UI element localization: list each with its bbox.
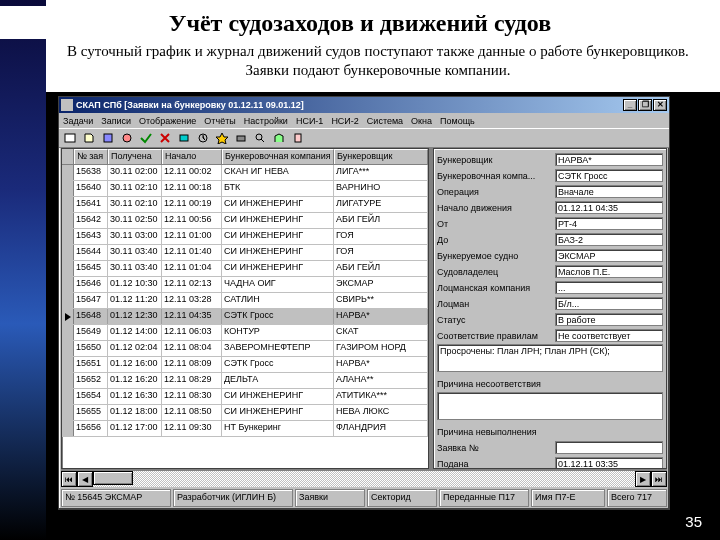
table-row[interactable]: 1564230.11 02:5012.11 00:56СИ ИНЖЕНЕРИНГ… bbox=[62, 213, 428, 229]
table-row[interactable]: 1563830.11 02:0012.11 00:02СКАН ИГ НЕВАЛ… bbox=[62, 165, 428, 181]
field-value[interactable]: НАРВА* bbox=[555, 153, 663, 166]
menu-item[interactable]: НСИ-2 bbox=[331, 116, 358, 126]
table-row[interactable]: 1564430.11 03:4012.11 01:40СИ ИНЖЕНЕРИНГ… bbox=[62, 245, 428, 261]
svg-rect-0 bbox=[65, 134, 75, 142]
scroll-first-icon[interactable]: ⏮ bbox=[61, 471, 77, 487]
menu-item[interactable]: НСИ-1 bbox=[296, 116, 323, 126]
status-bar: № 15645 ЭКСМАР Разработчик (ИГЛИН Б) Зая… bbox=[61, 489, 667, 507]
field-label: До bbox=[437, 235, 555, 245]
tool-button[interactable] bbox=[156, 130, 174, 146]
col-header[interactable]: Начало bbox=[162, 149, 222, 164]
scroll-left-icon[interactable]: ◀ bbox=[77, 471, 93, 487]
field-value[interactable]: В работе bbox=[555, 313, 663, 326]
table-row[interactable]: 1564701.12 11:2012.11 03:28САТЛИНСВИРЬ** bbox=[62, 293, 428, 309]
field-value[interactable]: 01.12.11 03:35 bbox=[555, 457, 663, 469]
menu-item[interactable]: Отображение bbox=[139, 116, 196, 126]
scroll-last-icon[interactable]: ⏭ bbox=[651, 471, 667, 487]
table-row[interactable]: 1564601.12 10:3012.11 02:13ЧАДНА ОИГЭКСМ… bbox=[62, 277, 428, 293]
table-row[interactable]: 1564030.11 02:1012.11 00:18БТКВАРНИНО bbox=[62, 181, 428, 197]
menu-item[interactable]: Помощь bbox=[440, 116, 475, 126]
menu-item[interactable]: Окна bbox=[411, 116, 432, 126]
field-label: Судовладелец bbox=[437, 267, 555, 277]
reason-box[interactable] bbox=[437, 392, 663, 420]
table-row[interactable]: 1564530.11 03:4012.11 01:04СИ ИНЖЕНЕРИНГ… bbox=[62, 261, 428, 277]
field-value[interactable]: РТ-4 bbox=[555, 217, 663, 230]
slide-title: Учёт судозаходов и движений судов bbox=[0, 6, 720, 39]
table-row[interactable]: 1564330.11 03:0012.11 01:00СИ ИНЖЕНЕРИНГ… bbox=[62, 229, 428, 245]
grid-header: № зая Получена Начало Бункеровочная комп… bbox=[62, 149, 428, 165]
tool-button[interactable] bbox=[175, 130, 193, 146]
field-label: Статус bbox=[437, 315, 555, 325]
page-number: 35 bbox=[685, 513, 702, 530]
menu-item[interactable]: Настройки bbox=[244, 116, 288, 126]
scroll-thumb[interactable] bbox=[93, 471, 133, 485]
data-grid[interactable]: № зая Получена Начало Бункеровочная комп… bbox=[61, 148, 429, 469]
correction-text: Просрочены: План ЛРН; План ЛРН (СК); bbox=[437, 344, 663, 372]
app-window: СКАП СПб [Заявки на бункеровку 01.12.11 … bbox=[58, 96, 670, 510]
field-value[interactable]: Не соответствует bbox=[555, 329, 663, 342]
scroll-track[interactable] bbox=[93, 471, 635, 487]
field-label: Лоцманская компания bbox=[437, 283, 555, 293]
field-label: От bbox=[437, 219, 555, 229]
window-title: СКАП СПб [Заявки на бункеровку 01.12.11 … bbox=[76, 100, 304, 110]
field-label: Подана bbox=[437, 459, 555, 469]
status-panel: № 15645 ЭКСМАР bbox=[61, 489, 171, 507]
table-row[interactable]: 1565501.12 18:0012.11 08:50СИ ИНЖЕНЕРИНГ… bbox=[62, 405, 428, 421]
field-value[interactable]: Вначале bbox=[555, 185, 663, 198]
col-header[interactable]: Бункеровщик bbox=[334, 149, 428, 164]
minimize-button[interactable]: _ bbox=[623, 99, 637, 111]
svg-rect-1 bbox=[104, 134, 112, 142]
field-value[interactable] bbox=[555, 441, 663, 454]
field-label: Лоцман bbox=[437, 299, 555, 309]
slide-subtitle: В суточный график и журнал движений судо… bbox=[46, 40, 710, 86]
field-label: Причина несоответствия bbox=[437, 379, 555, 389]
col-header[interactable]: № зая bbox=[74, 149, 108, 164]
tool-button[interactable] bbox=[80, 130, 98, 146]
h-scrollbar[interactable]: ⏮ ◀ ▶ ⏭ bbox=[61, 471, 667, 487]
tool-button[interactable] bbox=[99, 130, 117, 146]
maximize-button[interactable]: ❐ bbox=[638, 99, 652, 111]
menu-item[interactable]: Задачи bbox=[63, 116, 93, 126]
tool-button[interactable] bbox=[232, 130, 250, 146]
svg-rect-3 bbox=[180, 135, 188, 141]
table-row[interactable]: 1565401.12 16:3012.11 08:30СИ ИНЖЕНЕРИНГ… bbox=[62, 389, 428, 405]
field-value[interactable]: ЭКСМАР bbox=[555, 249, 663, 262]
col-header[interactable]: Получена bbox=[108, 149, 162, 164]
field-value[interactable]: БАЗ-2 bbox=[555, 233, 663, 246]
titlebar[interactable]: СКАП СПб [Заявки на бункеровку 01.12.11 … bbox=[59, 97, 669, 113]
field-value[interactable]: Маслов П.Е. bbox=[555, 265, 663, 278]
table-row[interactable]: 1565101.12 16:0012.11 08:09СЭТК ГроссНАР… bbox=[62, 357, 428, 373]
toolbar bbox=[59, 128, 669, 148]
table-row[interactable]: 1564130.11 02:1012.11 00:19СИ ИНЖЕНЕРИНГ… bbox=[62, 197, 428, 213]
tool-button[interactable] bbox=[118, 130, 136, 146]
tool-button[interactable] bbox=[61, 130, 79, 146]
field-value[interactable]: ... bbox=[555, 281, 663, 294]
table-row[interactable]: 1564901.12 14:0012.11 06:03КОНТУРСКАТ bbox=[62, 325, 428, 341]
tool-button[interactable] bbox=[194, 130, 212, 146]
col-header[interactable]: Бункеровочная компания bbox=[222, 149, 334, 164]
field-label: Бункеровочная компа... bbox=[437, 171, 555, 181]
table-row[interactable]: 1565001.12 02:0412.11 08:04ЗАВЕРОМНЕФТЕП… bbox=[62, 341, 428, 357]
tool-button[interactable] bbox=[270, 130, 288, 146]
table-row[interactable]: 1565601.12 17:0012.11 09:30НТ БункерингФ… bbox=[62, 421, 428, 437]
field-value[interactable]: СЭТК Гросс bbox=[555, 169, 663, 182]
field-label: Начало движения bbox=[437, 203, 555, 213]
close-button[interactable]: ✕ bbox=[653, 99, 667, 111]
field-value[interactable]: 01.12.11 04:35 bbox=[555, 201, 663, 214]
menu-item[interactable]: Отчёты bbox=[204, 116, 235, 126]
menu-item[interactable]: Система bbox=[367, 116, 403, 126]
field-label: Заявка № bbox=[437, 443, 555, 453]
field-label: Бункеруемое судно bbox=[437, 251, 555, 261]
tool-button[interactable] bbox=[289, 130, 307, 146]
status-panel: Всего 717 bbox=[607, 489, 667, 507]
menu-item[interactable]: Записи bbox=[101, 116, 131, 126]
svg-rect-7 bbox=[295, 134, 301, 142]
field-value[interactable]: Б/л... bbox=[555, 297, 663, 310]
tool-button[interactable] bbox=[213, 130, 231, 146]
tool-button[interactable] bbox=[251, 130, 269, 146]
menu-bar: Задачи Записи Отображение Отчёты Настрой… bbox=[59, 113, 669, 128]
scroll-right-icon[interactable]: ▶ bbox=[635, 471, 651, 487]
table-row[interactable]: 1564801.12 12:3012.11 04:35СЭТК ГроссНАР… bbox=[62, 309, 428, 325]
table-row[interactable]: 1565201.12 16:2012.11 08:29ДЕЛЬТААЛАНА** bbox=[62, 373, 428, 389]
tool-button[interactable] bbox=[137, 130, 155, 146]
